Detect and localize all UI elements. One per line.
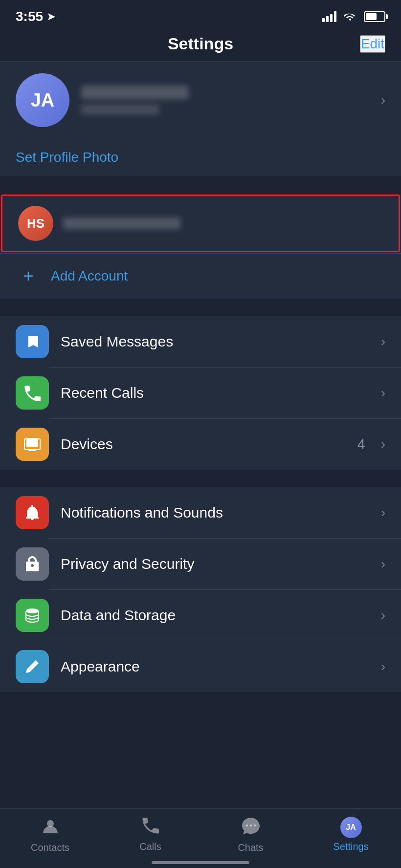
menu-group-1: Saved Messages › Recent Calls › Devices … bbox=[0, 316, 401, 470]
recent-calls-icon bbox=[16, 376, 49, 410]
menu-item-devices[interactable]: Devices 4 › bbox=[0, 419, 401, 470]
svg-point-4 bbox=[47, 820, 54, 827]
section-gap-2 bbox=[0, 299, 401, 316]
chats-tab-label: Chats bbox=[238, 842, 263, 853]
second-account-row[interactable]: HS bbox=[1, 195, 400, 252]
svg-point-5 bbox=[246, 825, 248, 826]
chats-tab-icon bbox=[241, 817, 261, 839]
profile-phone-blurred bbox=[81, 104, 159, 115]
battery-icon bbox=[364, 11, 385, 22]
notifications-label: Notifications and Sounds bbox=[61, 504, 369, 521]
menu-item-privacy[interactable]: Privacy and Security › bbox=[0, 539, 401, 589]
tab-settings[interactable]: JA Settings bbox=[301, 817, 401, 853]
contacts-tab-icon bbox=[41, 817, 60, 839]
add-account-row[interactable]: + Add Account bbox=[0, 254, 401, 299]
signal-bars bbox=[322, 11, 336, 22]
contacts-tab-label: Contacts bbox=[31, 842, 69, 853]
privacy-icon bbox=[16, 547, 49, 581]
home-indicator bbox=[152, 861, 249, 864]
page-title: Settings bbox=[168, 34, 233, 53]
devices-badge: 4 bbox=[357, 436, 365, 452]
saved-messages-icon bbox=[16, 325, 49, 358]
menu-item-saved-messages[interactable]: Saved Messages › bbox=[0, 316, 401, 367]
second-account-avatar: HS bbox=[18, 206, 53, 241]
svg-point-6 bbox=[250, 825, 252, 826]
edit-button[interactable]: Edit bbox=[360, 35, 385, 53]
menu-item-recent-calls[interactable]: Recent Calls › bbox=[0, 368, 401, 418]
status-bar: 3:55 ➤ bbox=[0, 0, 401, 29]
notifications-icon bbox=[16, 496, 49, 529]
data-storage-label: Data and Storage bbox=[61, 607, 369, 624]
accounts-section: HS + Add Account bbox=[0, 195, 401, 299]
calls-tab-label: Calls bbox=[139, 841, 161, 852]
profile-info bbox=[81, 86, 369, 115]
tab-bar: Contacts Calls Chats JA Settings bbox=[0, 808, 401, 868]
profile-avatar: JA bbox=[16, 73, 69, 127]
second-account-name-blurred bbox=[63, 217, 180, 229]
menu-item-data[interactable]: Data and Storage › bbox=[0, 590, 401, 641]
time-display: 3:55 bbox=[16, 9, 43, 24]
svg-point-3 bbox=[26, 608, 39, 613]
profile-name-blurred bbox=[81, 86, 189, 99]
svg-rect-2 bbox=[26, 438, 38, 447]
wifi-icon bbox=[343, 10, 357, 23]
svg-rect-1 bbox=[28, 450, 36, 451]
add-account-label: Add Account bbox=[51, 268, 128, 284]
settings-tab-avatar: JA bbox=[340, 817, 362, 838]
menu-item-notifications[interactable]: Notifications and Sounds › bbox=[0, 487, 401, 538]
page-bottom-pad bbox=[0, 692, 401, 770]
profile-chevron-icon: › bbox=[381, 92, 385, 108]
privacy-label: Privacy and Security bbox=[61, 556, 369, 572]
section-gap-1 bbox=[0, 176, 401, 194]
menu-group-2: Notifications and Sounds › Privacy and S… bbox=[0, 487, 401, 692]
settings-tab-label: Settings bbox=[333, 841, 368, 852]
svg-point-7 bbox=[254, 825, 256, 826]
tab-chats[interactable]: Chats bbox=[200, 817, 301, 853]
status-time: 3:55 ➤ bbox=[16, 9, 55, 24]
nav-bar: Settings Edit bbox=[0, 29, 401, 61]
menu-item-appearance[interactable]: Appearance › bbox=[0, 641, 401, 692]
status-icons bbox=[322, 10, 385, 23]
calls-tab-icon bbox=[142, 817, 159, 838]
set-profile-photo-button[interactable]: Set Profile Photo bbox=[16, 139, 385, 176]
appearance-icon bbox=[16, 650, 49, 683]
profile-section[interactable]: JA › bbox=[0, 62, 401, 139]
tab-calls[interactable]: Calls bbox=[100, 817, 200, 853]
appearance-label: Appearance bbox=[61, 658, 369, 675]
devices-label: Devices bbox=[61, 436, 346, 453]
add-account-icon: + bbox=[16, 263, 41, 289]
recent-calls-label: Recent Calls bbox=[61, 385, 369, 401]
saved-messages-label: Saved Messages bbox=[61, 333, 369, 350]
set-profile-photo-section: Set Profile Photo bbox=[0, 139, 401, 176]
section-gap-3 bbox=[0, 470, 401, 487]
devices-icon bbox=[16, 428, 49, 461]
location-icon: ➤ bbox=[47, 11, 55, 22]
tab-contacts[interactable]: Contacts bbox=[0, 817, 100, 853]
data-storage-icon bbox=[16, 599, 49, 632]
